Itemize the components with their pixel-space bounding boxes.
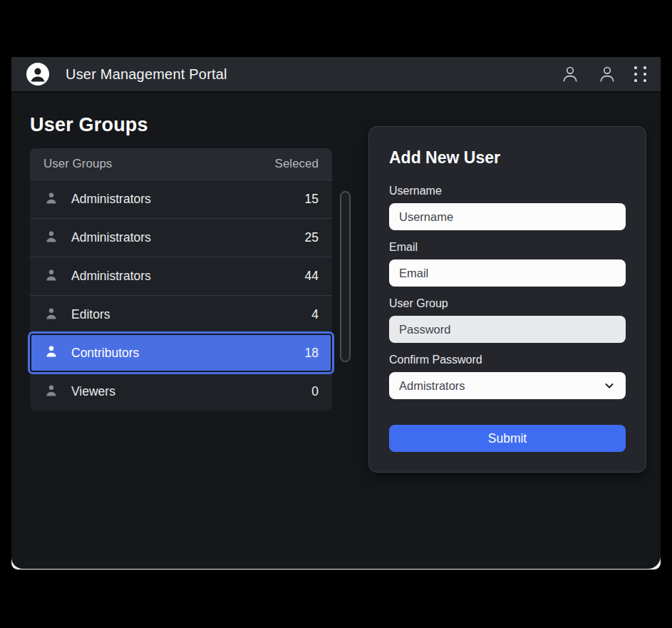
user-group-icon	[43, 229, 59, 247]
user-groups-table: User Groups Seleced Administrators 15 Ad…	[30, 148, 332, 411]
username-input[interactable]	[389, 203, 626, 230]
group-name: Administrators	[71, 269, 151, 284]
table-row[interactable]: Administrators 15	[30, 180, 332, 218]
email-label: Email	[389, 241, 626, 254]
table-row-selected[interactable]: Contributors 18	[30, 334, 332, 372]
form-title: Add New User	[389, 148, 626, 168]
confirm-password-label: Confirm Password	[389, 354, 626, 366]
user-group-icon	[43, 190, 59, 209]
user-group-icon	[43, 267, 59, 286]
top-bar: User Management Portal	[11, 57, 661, 93]
column-header-selected: Seleced	[275, 157, 319, 171]
chevron-down-icon	[603, 379, 616, 392]
user-group-icon	[43, 344, 59, 362]
group-select-wrap: Admistrators	[389, 372, 626, 399]
user-outline-icon[interactable]	[560, 64, 580, 84]
username-label: Username	[389, 185, 626, 197]
password-input[interactable]	[389, 316, 626, 343]
table-row[interactable]: Viewers 0	[30, 372, 332, 411]
group-select-value: Admistrators	[399, 379, 465, 393]
email-input[interactable]	[389, 259, 626, 287]
group-select[interactable]: Admistrators	[389, 372, 626, 399]
table-row[interactable]: Administrators 25	[30, 218, 332, 257]
group-name: Administrators	[71, 230, 151, 245]
group-count: 44	[305, 269, 319, 284]
group-count: 0	[311, 384, 319, 399]
user-group-icon	[43, 383, 59, 401]
app-title: User Management Portal	[66, 66, 227, 83]
user-outline-icon[interactable]	[597, 64, 617, 84]
table-row[interactable]: Administrators 44	[30, 257, 332, 295]
group-name: Editors	[71, 307, 110, 322]
group-count: 25	[305, 230, 319, 245]
scrollbar[interactable]	[340, 191, 351, 362]
user-group-icon	[43, 306, 59, 324]
apps-grid-icon[interactable]	[634, 66, 646, 82]
group-name: Contributors	[71, 346, 139, 361]
submit-button[interactable]: Submit	[389, 425, 626, 452]
group-count: 15	[305, 192, 319, 207]
app-window: User Management Portal	[11, 57, 661, 569]
group-count: 4	[311, 307, 319, 322]
topbar-actions	[560, 64, 646, 84]
add-new-user-card: Add New User Username Email User Group C…	[368, 126, 646, 473]
table-row[interactable]: Editors 4	[30, 295, 332, 334]
table-header-row: User Groups Seleced	[30, 148, 332, 180]
user-group-label: User Group	[389, 297, 626, 310]
group-name: Administrators	[71, 192, 151, 207]
column-header-user-groups: User Groups	[43, 157, 112, 171]
group-count: 18	[305, 346, 319, 361]
account-circle-icon[interactable]	[26, 62, 50, 86]
screen: User Management Portal	[0, 0, 672, 628]
group-name: Viewers	[71, 384, 115, 399]
